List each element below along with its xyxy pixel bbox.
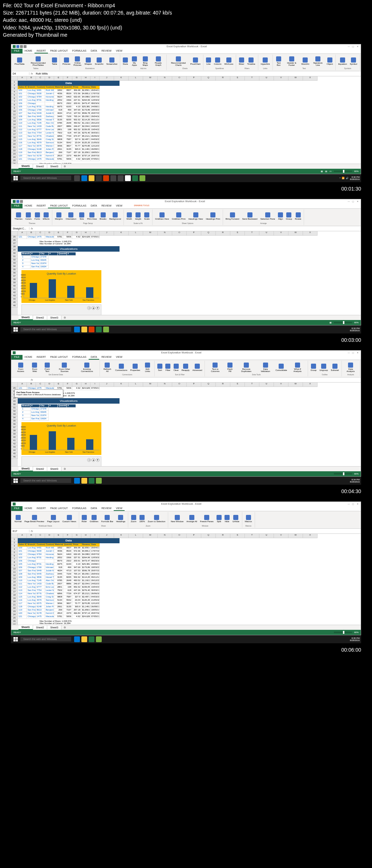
row-header[interactable]: 35: [11, 268, 18, 272]
row-header[interactable]: 12: [11, 117, 18, 120]
cell[interactable]: 227.31: [72, 99, 81, 102]
row-header[interactable]: 12: [11, 574, 18, 577]
col-header[interactable]: B: [27, 534, 36, 538]
cell[interactable]: Josiah Gibson: [45, 550, 54, 553]
cell[interactable]: 1832: [54, 547, 63, 550]
row-header[interactable]: 10: [11, 110, 18, 113]
cell[interactable]: 102: [18, 553, 27, 556]
select-all-corner[interactable]: [11, 231, 18, 236]
cell[interactable]: Los Angeles: [27, 141, 36, 145]
cell[interactable]: 8886: [63, 583, 72, 586]
row-header[interactable]: 5: [11, 94, 18, 97]
cell[interactable]: 5624: [54, 553, 63, 556]
cell[interactable]: $1,192,976.96: [81, 122, 90, 125]
cell[interactable]: 327.9: [72, 596, 81, 599]
cell[interactable]: 112: [18, 586, 27, 589]
cell[interactable]: $114,255.98: [81, 576, 90, 579]
cell[interactable]: New York: [27, 602, 36, 605]
col-header[interactable]: W: [288, 231, 303, 236]
ribbon-button[interactable]: Text Box: [274, 55, 283, 67]
cell[interactable]: 100: [18, 89, 27, 92]
tab-review[interactable]: REVIEW: [99, 355, 114, 360]
cell[interactable]: [45, 102, 54, 105]
cell[interactable]: 9445: [36, 115, 45, 119]
cell[interactable]: 107.53: [72, 112, 81, 115]
cell[interactable]: Chicago: [27, 92, 36, 96]
cell[interactable]: 20/07/16: [90, 155, 100, 158]
ribbon-button[interactable]: Breaks: [98, 210, 108, 222]
col-header[interactable]: O: [172, 383, 187, 387]
tab-home[interactable]: HOME: [23, 49, 35, 53]
ribbon-button[interactable]: Line: [205, 55, 212, 67]
cell[interactable]: 7587: [63, 596, 72, 599]
cell[interactable]: $506,788.89: [81, 569, 90, 573]
cell[interactable]: 7502: [54, 132, 63, 135]
ribbon-button[interactable]: Signature Line: [311, 55, 325, 67]
ribbon-button[interactable]: Ruler: [81, 513, 88, 525]
cell[interactable]: 1769: [36, 566, 45, 569]
ribbon-button[interactable]: Advanced: [191, 361, 203, 373]
row-header[interactable]: 29: [11, 400, 18, 403]
cell[interactable]: 115: [18, 138, 27, 141]
cell[interactable]: Los Angeles: [27, 579, 36, 583]
cell[interactable]: 121: [18, 236, 27, 239]
cell[interactable]: San Francisco: [27, 609, 36, 612]
tab-formulas[interactable]: FORMULAS: [70, 49, 89, 53]
cell[interactable]: Los Angeles: [27, 119, 36, 122]
cell[interactable]: Chicago: [27, 605, 36, 609]
cell[interactable]: 618: [63, 589, 72, 592]
row-header[interactable]: 26: [11, 620, 18, 623]
branch-cell[interactable]: 4: [21, 265, 31, 269]
tray-volume-icon[interactable]: 🔊: [346, 177, 348, 179]
ribbon-button[interactable]: Edit Links: [142, 361, 153, 373]
col-header[interactable]: F: [63, 76, 72, 81]
cell[interactable]: 102: [18, 96, 27, 99]
row-header[interactable]: 42: [11, 443, 18, 446]
cell[interactable]: $5,050,724.84: [81, 573, 90, 576]
cell[interactable]: $2,850,418.86: [81, 547, 90, 550]
cell[interactable]: 116: [18, 141, 27, 145]
tab-home[interactable]: HOME: [23, 204, 35, 208]
zoom-slider[interactable]: [334, 322, 352, 323]
col-header[interactable]: E: [54, 534, 63, 538]
cell[interactable]: 6575: [36, 145, 45, 148]
cell[interactable]: 26/08/17: [90, 148, 100, 151]
cell[interactable]: 572.36: [72, 92, 81, 96]
cell[interactable]: $4,881,658.44: [81, 550, 90, 553]
cell[interactable]: 18/03/15: [90, 109, 100, 112]
cell[interactable]: 1566: [63, 556, 72, 560]
row-header[interactable]: 13: [11, 120, 18, 123]
cell[interactable]: 08/23/16: [90, 560, 100, 563]
row-header[interactable]: 29: [11, 249, 18, 252]
cell[interactable]: New York: [27, 125, 36, 128]
excel-taskbar-icon[interactable]: [89, 478, 94, 484]
chart[interactable]: Quantity Sold By Location 40000350003000…: [21, 270, 101, 303]
cell[interactable]: 674.37: [72, 592, 81, 596]
cell[interactable]: 114: [18, 592, 27, 596]
excel-taskbar-icon[interactable]: [132, 175, 138, 181]
row-header[interactable]: 9: [11, 564, 18, 568]
close-button[interactable]: ✕: [356, 351, 359, 354]
cell[interactable]: 6463: [63, 553, 72, 556]
cell[interactable]: 24/08/17: [90, 563, 100, 566]
tab-formulas[interactable]: FORMULAS: [70, 355, 89, 360]
cell[interactable]: 2061: [54, 605, 63, 609]
cell[interactable]: 198: [63, 128, 72, 132]
col-header[interactable]: X: [303, 231, 318, 236]
tray-clock[interactable]: 8:30 PM8/28/2016: [350, 176, 360, 180]
cell[interactable]: 21/05/18: [90, 599, 100, 602]
cell[interactable]: 499: [63, 109, 72, 112]
ribbon-button[interactable]: From Access: [13, 361, 28, 373]
row-header[interactable]: 24: [11, 156, 18, 159]
ribbon-button[interactable]: Gridlines: [89, 513, 100, 525]
ribbon-button[interactable]: Headings: [115, 513, 126, 525]
map-locate-icon[interactable]: ⊙: [87, 306, 91, 310]
row-header[interactable]: 42: [11, 291, 18, 295]
col-header[interactable]: A: [18, 231, 27, 236]
row-header[interactable]: 8: [11, 104, 18, 107]
cell[interactable]: Ishmael Bentley: [45, 109, 54, 112]
col-header[interactable]: V: [274, 383, 288, 387]
cell[interactable]: 198: [63, 586, 72, 589]
cell[interactable]: 5006: [63, 387, 72, 390]
col-header[interactable]: J: [100, 383, 114, 387]
